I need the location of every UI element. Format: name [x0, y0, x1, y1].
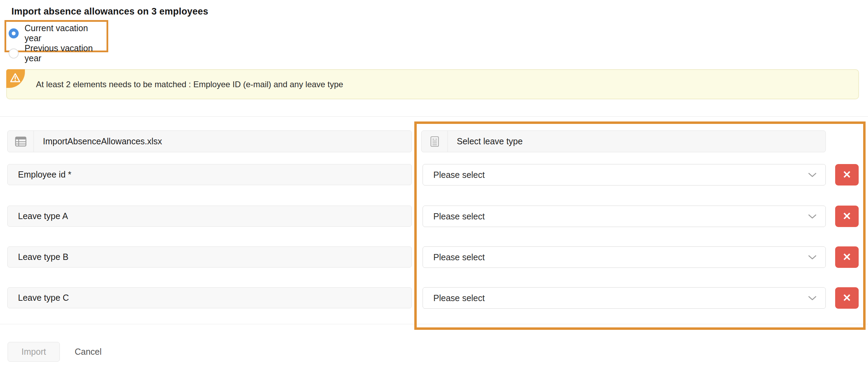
source-column-field: Leave type B — [7, 246, 412, 268]
close-x-icon: ✕ — [842, 211, 851, 221]
remove-row-button[interactable]: ✕ — [835, 206, 859, 227]
chevron-down-icon — [808, 214, 816, 219]
source-file-name: ImportAbsenceAllowances.xlsx — [34, 131, 162, 152]
radio-selected-icon[interactable] — [9, 28, 19, 38]
leave-type-select[interactable]: Please select — [423, 164, 826, 186]
source-column-field: Leave type A — [7, 206, 412, 227]
page-title: Import absence allowances on 3 employees — [11, 6, 208, 17]
divider — [0, 324, 868, 324]
warning-triangle-icon — [9, 72, 21, 83]
leave-type-select[interactable]: Please select — [423, 206, 826, 227]
remove-row-button[interactable]: ✕ — [835, 246, 859, 268]
radio-option-previous-vacation-year[interactable]: Previous vacation year — [9, 43, 107, 63]
cancel-button[interactable]: Cancel — [75, 342, 102, 362]
remove-row-button[interactable]: ✕ — [835, 164, 859, 186]
leave-type-header-field: Select leave type — [421, 130, 826, 152]
import-button[interactable]: Import — [8, 342, 60, 362]
select-value: Please select — [433, 293, 485, 303]
vacation-year-annotation-box: Current vacation year Previous vacation … — [4, 20, 108, 52]
source-file-field: ImportAbsenceAllowances.xlsx — [7, 130, 412, 152]
select-value: Please select — [433, 211, 485, 221]
warning-badge — [6, 69, 25, 88]
leave-type-select[interactable]: Please select — [423, 287, 826, 309]
divider — [0, 116, 868, 117]
close-x-icon: ✕ — [842, 293, 851, 303]
warning-banner-text: At least 2 elements needs to be matched … — [36, 70, 343, 99]
warning-banner: At least 2 elements needs to be matched … — [6, 69, 859, 99]
close-x-icon: ✕ — [842, 170, 851, 180]
document-lines-icon — [422, 131, 448, 152]
leave-type-header-label: Select leave type — [448, 131, 523, 152]
chevron-down-icon — [808, 255, 816, 260]
select-value: Please select — [433, 170, 485, 180]
chevron-down-icon — [808, 296, 816, 301]
select-value: Please select — [433, 252, 485, 262]
chevron-down-icon — [808, 173, 816, 178]
radio-option-label: Previous vacation year — [25, 43, 107, 63]
close-x-icon: ✕ — [842, 252, 851, 262]
spreadsheet-table-icon — [8, 131, 34, 152]
radio-option-current-vacation-year[interactable]: Current vacation year — [9, 23, 107, 43]
remove-row-button[interactable]: ✕ — [835, 287, 859, 309]
radio-unselected-icon[interactable] — [9, 48, 19, 58]
leave-type-select[interactable]: Please select — [423, 246, 826, 268]
source-column-field: Employee id * — [7, 164, 412, 185]
source-column-field: Leave type C — [7, 287, 412, 308]
radio-option-label: Current vacation year — [25, 23, 107, 43]
